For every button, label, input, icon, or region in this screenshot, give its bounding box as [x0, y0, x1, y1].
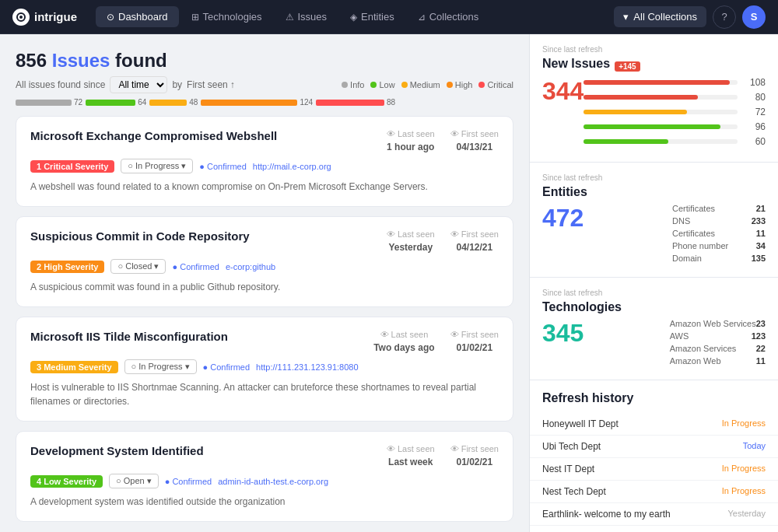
severity-bars: 72644812488: [16, 98, 513, 107]
filter-by-label: by: [172, 79, 182, 90]
severity-bar-item: 72: [16, 98, 82, 107]
entity-stat-row: Phone number34: [672, 241, 766, 250]
nav-item-dashboard[interactable]: ⊙Dashboard: [96, 6, 179, 27]
brand-logo[interactable]: intrigue: [12, 9, 77, 26]
entity-stat-value: 21: [756, 204, 766, 213]
issue-cards: Microsoft Exchange Compromised Webshell …: [16, 116, 513, 522]
severity-badge: 1 Critical Severity: [30, 160, 114, 173]
bar-fill: [584, 80, 730, 85]
nav-label-technologies: Technologies: [203, 11, 262, 23]
bar-fill: [584, 124, 720, 129]
last-seen-value: Two days ago: [373, 342, 434, 353]
legend-dot-info: [342, 82, 348, 88]
issue-link[interactable]: admin-id-auth-test.e-corp.org: [218, 477, 328, 486]
technologies-big-number: 345: [542, 319, 584, 348]
issues-header: 856 Issues found All issues found since …: [16, 50, 513, 107]
nav-item-entities[interactable]: ◈Entities: [339, 6, 405, 27]
refresh-history-item: Nest IT DeptIn Progress: [530, 458, 778, 481]
collections-button[interactable]: ▾ All Collections: [614, 6, 706, 27]
nav-icon-technologies: ⊞: [191, 12, 199, 23]
nav-item-collections[interactable]: ⊿Collections: [407, 6, 490, 27]
entity-stat-row: Domain135: [672, 254, 766, 263]
tech-stat-value: 11: [756, 356, 766, 366]
entity-stat-label: DNS: [672, 216, 690, 226]
refresh-history-status: Yesterday: [727, 509, 766, 520]
refresh-history-item: Ubi Tech DeptToday: [530, 436, 778, 458]
tech-stat-label: AWS: [670, 331, 689, 341]
severity-badge: 2 High Severity: [30, 261, 104, 273]
issue-tags: 3 Medium Severity ○ In Progress ▾ ● Conf…: [30, 359, 499, 374]
first-seen-label: 👁 First seen: [450, 129, 499, 138]
legend-item-high: High: [447, 80, 473, 89]
issue-link[interactable]: e-corp:github: [226, 262, 275, 271]
severity-bar-label: 72: [74, 98, 82, 107]
confirmed-badge: ● Confirmed: [172, 262, 219, 271]
status-badge[interactable]: ○ Open ▾: [109, 474, 159, 488]
nav-label-collections: Collections: [429, 11, 479, 23]
nav-item-issues[interactable]: ⚠Issues: [275, 6, 338, 27]
status-badge[interactable]: ○ In Progress ▾: [124, 359, 197, 374]
severity-badge: 4 Low Severity: [30, 475, 103, 488]
brand-name: intrigue: [34, 10, 77, 23]
sort-button[interactable]: First seen ↑: [187, 79, 235, 90]
entity-stat-row: DNS233: [672, 216, 766, 226]
issue-card-header: Microsoft Exchange Compromised Webshell …: [30, 129, 499, 152]
first-seen-value: 04/12/21: [456, 242, 492, 253]
refresh-history-name: Nest Tech Dept: [542, 486, 606, 497]
entity-stat-label: Certificates: [672, 204, 715, 213]
nav-icon-entities: ◈: [350, 12, 357, 23]
technologies-since: Since last refresh: [542, 289, 766, 297]
issue-title: Microsoft IIS Tilde Misconfiguration: [30, 330, 228, 343]
sort-label: First seen: [187, 79, 228, 90]
tech-stat-row: AWS123: [670, 331, 766, 341]
status-badge[interactable]: ○ In Progress ▾: [121, 159, 193, 173]
tech-stat-row: Amazon Web11: [670, 356, 766, 366]
left-panel: 856 Issues found All issues found since …: [0, 34, 529, 532]
refresh-history-status: In Progress: [722, 464, 766, 474]
tech-stat-row: Amazon Web Services23: [670, 319, 766, 328]
help-button[interactable]: ?: [713, 5, 736, 29]
last-seen-value: Yesterday: [388, 242, 433, 253]
issue-card: Development System Identified 👁 Last see…: [16, 431, 513, 522]
issue-meta: 👁 Last seen Yesterday 👁 First seen 04/12…: [387, 229, 499, 253]
bar-track: [584, 110, 738, 114]
bar-value: 72: [744, 107, 766, 117]
legend-item-info: Info: [342, 80, 364, 89]
nav-label-issues: Issues: [298, 11, 328, 23]
time-filter-select[interactable]: All time: [110, 76, 167, 93]
issue-link[interactable]: http://111.231.123.91:8080: [256, 362, 359, 372]
collections-btn-label: All Collections: [633, 11, 697, 23]
entities-big-number: 472: [542, 204, 584, 233]
issue-description: A webshell was found related to a known …: [30, 180, 499, 194]
severity-bar-item: 48: [149, 98, 198, 107]
refresh-history-item: Earthlink- welcome to my earthlink02/07/…: [530, 526, 778, 532]
issue-link[interactable]: http://mail.e-corp.org: [253, 162, 331, 171]
tech-stat-row: Amazon Services22: [670, 344, 766, 353]
entity-stat-value: 34: [756, 241, 766, 250]
issue-card: Microsoft IIS Tilde Misconfiguration 👁 L…: [16, 317, 513, 422]
entities-title: Entities: [542, 185, 766, 199]
confirmed-badge: ● Confirmed: [199, 162, 246, 171]
refresh-history-status: Today: [743, 441, 766, 452]
issue-meta: 👁 Last seen Two days ago 👁 First seen 01…: [373, 330, 499, 353]
avatar[interactable]: S: [742, 5, 766, 29]
issue-card-header: Development System Identified 👁 Last see…: [30, 444, 499, 467]
issue-description: Host is vulnerable to IIS Shortnmae Scan…: [30, 380, 499, 408]
new-issues-badge: +145: [615, 61, 640, 72]
issue-first-seen: 👁 First seen 01/02/21: [450, 330, 499, 353]
status-badge[interactable]: ○ Closed ▾: [110, 259, 166, 274]
entities-since: Since last refresh: [542, 173, 766, 182]
help-icon: ?: [721, 11, 727, 23]
nav-item-technologies[interactable]: ⊞Technologies: [180, 6, 273, 27]
nav-label-dashboard: Dashboard: [118, 11, 168, 23]
new-issues-bar-item: 60: [584, 136, 766, 147]
severity-bar-item: 124: [201, 98, 313, 107]
last-seen-value: Last week: [388, 457, 433, 467]
brand-icon: [12, 9, 30, 26]
new-issues-since: Since last refresh: [542, 45, 766, 54]
issues-found-label: found: [115, 50, 167, 71]
bar-value: 108: [744, 77, 766, 88]
severity-bar-label: 124: [300, 98, 313, 107]
first-seen-value: 04/13/21: [456, 142, 492, 152]
issues-count: 856: [16, 50, 47, 71]
